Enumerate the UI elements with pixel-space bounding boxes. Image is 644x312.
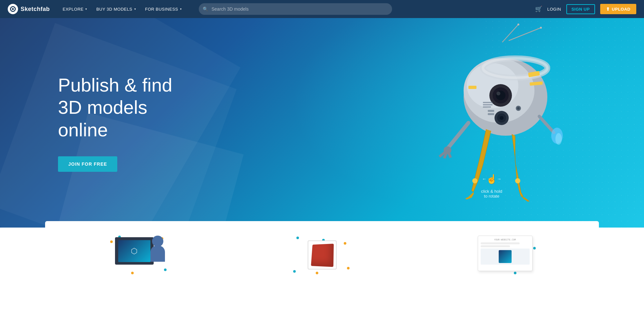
logo-icon (8, 4, 18, 14)
svg-point-15 (496, 92, 500, 95)
hero-text-block: Publish & find 3D models online JOIN FOR… (0, 74, 193, 172)
svg-rect-33 (483, 102, 493, 103)
svg-rect-34 (483, 104, 493, 105)
signup-button[interactable]: SIGN UP (566, 4, 595, 14)
3d-cube-illustration (311, 244, 334, 267)
website-url-label: YOUR-WEBSITE.COM (481, 239, 530, 241)
cart-icon[interactable]: 🛒 (535, 5, 542, 13)
svg-point-25 (515, 178, 520, 183)
hero-headline: Publish & find 3D models online (58, 74, 193, 141)
dot-decoration (293, 270, 296, 273)
feature-card-publish: ⬡ (89, 234, 186, 280)
svg-point-24 (472, 178, 477, 183)
svg-point-3 (540, 27, 542, 29)
feature-card-embed: YOUR-WEBSITE.COM (458, 234, 555, 280)
dot-decoration (316, 272, 318, 274)
person-body (150, 246, 165, 262)
embed-illustration: YOUR-WEBSITE.COM (475, 234, 539, 276)
nav-explore[interactable]: EXPLORE ▾ (59, 4, 91, 14)
hero-content: Publish & find 3D models online JOIN FOR… (0, 18, 644, 228)
svg-rect-11 (468, 86, 476, 89)
svg-line-21 (539, 116, 554, 132)
person-head (152, 236, 163, 247)
search-bar: 🔍 (199, 3, 392, 15)
logo-text: Sketchfab (21, 6, 50, 13)
upload-button[interactable]: ⬆ UPLOAD (600, 4, 636, 14)
nav-menu: EXPLORE ▾ BUY 3D MODELS ▾ FOR BUSINESS ▾ (59, 4, 186, 14)
login-button[interactable]: LOGIN (547, 7, 561, 12)
website-content-line (481, 245, 510, 247)
svg-rect-35 (483, 106, 491, 108)
bottom-features-section: ⬡ (45, 221, 599, 286)
dot-decoration (514, 272, 516, 274)
website-card-illustration: YOUR-WEBSITE.COM (478, 236, 533, 271)
dot-decoration (344, 242, 346, 245)
dot-decoration (110, 240, 113, 243)
click-hint: ← ☝ → click & holdto rotate (481, 171, 502, 199)
svg-point-23 (555, 133, 562, 145)
nav-buy[interactable]: BUY 3D MODELS ▾ (92, 4, 140, 14)
monitor-screen: ⬡ (118, 240, 150, 262)
marketplace-illustration (290, 234, 354, 276)
search-input[interactable] (199, 3, 392, 15)
svg-point-29 (517, 107, 520, 110)
chevron-down-icon: ▾ (180, 7, 182, 11)
dot-decoration (164, 268, 167, 271)
svg-point-32 (500, 116, 504, 120)
website-content-line (481, 242, 520, 244)
logo[interactable]: Sketchfab (8, 4, 50, 14)
cube-icon: ⬡ (131, 247, 138, 256)
publish-illustration: ⬡ (105, 234, 170, 276)
svg-point-2 (517, 24, 519, 25)
hand-pointer-icon: ☝ (486, 174, 497, 184)
dot-decoration (533, 247, 536, 249)
monitor-illustration: ⬡ (115, 237, 154, 265)
upload-icon: ⬆ (606, 6, 610, 12)
search-icon: 🔍 (203, 6, 208, 12)
chevron-down-icon: ▾ (134, 7, 136, 11)
nav-business[interactable]: FOR BUSINESS ▾ (141, 4, 186, 14)
svg-rect-27 (488, 113, 494, 115)
feature-card-marketplace (274, 234, 370, 280)
click-cursor-icon: ← ☝ → (482, 171, 501, 187)
dot-decoration (296, 237, 299, 239)
join-free-button[interactable]: JOIN FOR FREE (58, 156, 117, 172)
hero-section: Publish & find 3D models online JOIN FOR… (0, 18, 644, 228)
chevron-down-icon: ▾ (85, 7, 87, 11)
svg-rect-26 (488, 110, 494, 112)
svg-line-16 (447, 123, 468, 149)
dot-decoration (131, 272, 134, 274)
nav-right: 🛒 LOGIN SIGN UP ⬆ UPLOAD (535, 4, 636, 14)
arrow-right-icon: → (497, 176, 501, 181)
dot-decoration (347, 267, 350, 269)
click-hint-text: click & holdto rotate (481, 189, 502, 199)
navbar: Sketchfab EXPLORE ▾ BUY 3D MODELS ▾ FOR … (0, 0, 644, 18)
